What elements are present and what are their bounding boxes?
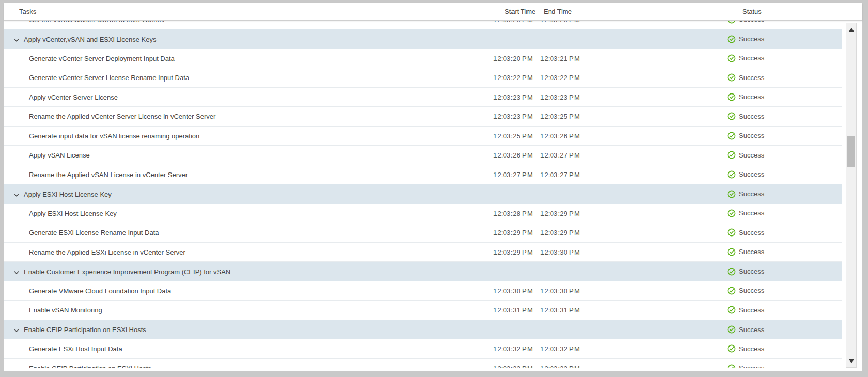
task-name: Apply ESXi Host License Key <box>29 209 117 217</box>
column-header-tasks: Tasks <box>19 3 36 21</box>
status-badge: Success <box>727 73 764 82</box>
task-row: Rename the Applied vSAN License in vCent… <box>4 165 842 185</box>
task-name: Rename the Applied vSAN License in vCent… <box>29 170 188 178</box>
task-end-time: 12:03:25 PM <box>540 113 580 120</box>
task-start-time: 12:03:32 PM <box>493 364 533 368</box>
status-label: Success <box>739 306 764 314</box>
chevron-down-icon[interactable] <box>13 269 20 275</box>
task-start-time: 12:03:30 PM <box>493 287 533 294</box>
scroll-down-button[interactable] <box>846 356 856 366</box>
task-name: Generate vCenter Server License Rename I… <box>29 74 189 82</box>
task-row: Rename the Applied ESXi License in vCent… <box>4 243 842 262</box>
success-check-circle-icon <box>727 228 736 237</box>
task-group-row[interactable]: Enable CEIP Participation on ESXi Hosts … <box>4 320 842 340</box>
task-start-time: 12:03:26 PM <box>493 151 533 159</box>
status-label: Success <box>739 345 764 353</box>
success-check-circle-icon <box>727 268 736 276</box>
success-check-circle-icon <box>727 35 736 43</box>
task-end-time: 12:03:27 PM <box>540 151 580 159</box>
status-badge: Success <box>727 325 764 334</box>
success-check-circle-icon <box>727 287 736 295</box>
task-name: Generate VMware Cloud Foundation Input D… <box>29 287 171 294</box>
task-row: Generate VMware Cloud Foundation Input D… <box>4 281 842 301</box>
status-label: Success <box>739 287 764 294</box>
status-label: Success <box>739 364 764 368</box>
task-name: Generate vCenter Server Deployment Input… <box>29 54 175 62</box>
task-row: Generate vCenter Server License Rename I… <box>4 68 842 88</box>
task-start-time: 12:03:22 PM <box>493 74 533 82</box>
group-name: Enable Customer Experience Improvement P… <box>24 268 230 275</box>
task-end-time: 12:03:23 PM <box>540 93 580 101</box>
chevron-down-icon[interactable] <box>13 191 20 197</box>
status-badge: Success <box>727 170 764 179</box>
task-start-time: 12:03:28 PM <box>493 209 533 217</box>
task-name: Enable CEIP Participation on ESXi Hosts <box>29 364 151 368</box>
chevron-down-icon[interactable] <box>13 326 20 333</box>
status-label: Success <box>739 93 764 101</box>
table-header: Tasks Start Time End Time Status <box>4 3 862 21</box>
task-row: Enable CEIP Participation on ESXi Hosts … <box>4 359 842 369</box>
task-row: Apply vCenter Server License 12:03:23 PM… <box>4 88 842 107</box>
task-group-row[interactable]: Apply ESXi Host License Key Success <box>4 184 842 204</box>
scrollbar[interactable] <box>846 23 857 368</box>
task-end-time: 12:03:30 PM <box>540 287 580 294</box>
task-start-time: 12:03:29 PM <box>493 229 533 237</box>
task-start-time: 12:03:32 PM <box>493 345 533 353</box>
status-label: Success <box>739 113 764 120</box>
task-end-time: 12:03:31 PM <box>540 306 580 314</box>
task-table: Tasks Start Time End Time Status Get the… <box>4 3 862 371</box>
status-badge: Success <box>727 21 764 24</box>
status-badge: Success <box>727 268 764 276</box>
status-badge: Success <box>727 190 764 198</box>
task-end-time: 12:03:21 PM <box>540 54 580 62</box>
status-badge: Success <box>727 93 764 101</box>
task-group-row[interactable]: Apply vCenter,vSAN and ESXi License Keys… <box>4 29 842 49</box>
task-group-row[interactable]: Enable Customer Experience Improvement P… <box>4 262 842 281</box>
success-check-circle-icon <box>727 151 736 159</box>
task-end-time: 12:03:32 PM <box>540 345 580 353</box>
chevron-down-icon[interactable] <box>13 36 20 42</box>
scroll-down-arrow-icon <box>849 359 854 363</box>
status-badge: Success <box>727 306 764 314</box>
success-check-circle-icon <box>727 21 736 24</box>
success-check-circle-icon <box>727 344 736 353</box>
success-check-circle-icon <box>727 112 736 120</box>
task-end-time: 12:03:30 PM <box>540 248 580 256</box>
group-name: Apply vCenter,vSAN and ESXi License Keys <box>24 35 157 43</box>
task-start-time: 12:03:29 PM <box>493 248 533 256</box>
group-name: Enable CEIP Participation on ESXi Hosts <box>24 326 146 334</box>
status-badge: Success <box>727 364 764 368</box>
task-row: Generate ESXi License Rename Input Data … <box>4 223 842 243</box>
task-start-time: 12:03:23 PM <box>493 113 533 120</box>
task-row: Generate input data for vSAN license ren… <box>4 127 842 146</box>
task-start-time: 12:03:23 PM <box>493 93 533 101</box>
column-header-start-time: Start Time <box>505 3 535 21</box>
status-label: Success <box>739 209 764 217</box>
scrollbar-thumb[interactable] <box>847 136 855 167</box>
success-check-circle-icon <box>727 364 736 368</box>
scroll-up-button[interactable] <box>846 24 856 35</box>
task-row: Apply ESXi Host License Key 12:03:28 PM … <box>4 204 842 224</box>
task-name: Generate input data for vSAN license ren… <box>29 132 199 139</box>
task-end-time: 12:03:27 PM <box>540 170 580 178</box>
status-label: Success <box>739 151 764 159</box>
group-name: Apply ESXi Host License Key <box>24 190 112 198</box>
task-row: Generate vCenter Server Deployment Input… <box>4 49 842 69</box>
task-start-time: 12:03:31 PM <box>493 306 533 314</box>
task-end-time: 12:03:26 PM <box>540 132 580 139</box>
success-check-circle-icon <box>727 170 736 179</box>
success-check-circle-icon <box>727 306 736 314</box>
task-row: Enable vSAN Monitoring 12:03:31 PM 12:03… <box>4 301 842 320</box>
status-label: Success <box>739 35 764 43</box>
task-row: Generate ESXi Host Input Data 12:03:32 P… <box>4 339 842 359</box>
success-check-circle-icon <box>727 73 736 82</box>
success-check-circle-icon <box>727 209 736 217</box>
tasks-panel: Tasks Start Time End Time Status Get the… <box>0 0 868 377</box>
task-start-time: 12:03:25 PM <box>493 132 533 139</box>
status-badge: Success <box>727 248 764 256</box>
task-name: Generate ESXi Host Input Data <box>29 345 122 353</box>
status-badge: Success <box>727 132 764 140</box>
task-name: Rename the Applied ESXi License in vCent… <box>29 248 185 256</box>
task-row: Get the VxRail Cluster MoRef Id from vCe… <box>4 21 842 29</box>
status-label: Success <box>739 268 764 275</box>
